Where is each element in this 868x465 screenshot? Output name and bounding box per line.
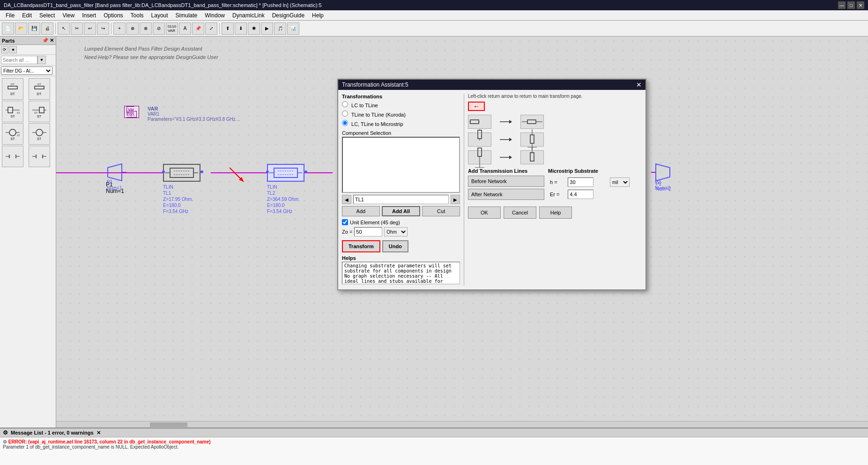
menu-tools[interactable]: Tools [127, 11, 148, 20]
search-input[interactable] [1, 56, 37, 64]
parts-close-button[interactable]: ✕ [50, 37, 54, 44]
part-item-2[interactable]: DT DT [29, 78, 50, 100]
radio-tline-tline-input[interactable] [342, 111, 348, 117]
tb-save[interactable]: 💾 [28, 22, 40, 35]
parts-filter-select[interactable]: Filter DG - Al... [1, 66, 52, 75]
menu-select[interactable]: Select [36, 11, 59, 20]
tr-icon-5[interactable] [468, 150, 491, 164]
tb-undo[interactable]: ↩ [84, 22, 96, 35]
ok-button[interactable]: OK [468, 207, 501, 219]
menu-window[interactable]: Window [201, 11, 229, 20]
undo-button[interactable]: Undo [382, 240, 408, 252]
tb-print[interactable]: 🖨 [41, 22, 53, 35]
tb-wire[interactable]: + [113, 22, 126, 35]
part-item-1[interactable]: DT DT [2, 78, 23, 100]
tb-port[interactable]: ⊗ [140, 22, 152, 35]
tb-select[interactable]: ↖ [58, 22, 70, 35]
h-scrollbar[interactable] [56, 421, 868, 428]
tb-tune[interactable]: 🎵 [274, 22, 286, 35]
tb-move[interactable]: ⤢ [205, 22, 217, 35]
menu-edit[interactable]: Edit [18, 11, 36, 20]
svg-point-17 [36, 129, 43, 136]
menu-view[interactable]: View [59, 11, 78, 20]
tb-simulate[interactable]: ▶ [261, 22, 273, 35]
minimize-button[interactable]: — [838, 1, 846, 9]
h-input[interactable] [568, 177, 594, 187]
after-network-button[interactable]: After Network [468, 189, 544, 200]
before-network-button[interactable]: Before Network [468, 176, 544, 187]
tr-icon-4[interactable] [520, 133, 544, 147]
part-item-4[interactable]: ST ST [29, 101, 50, 122]
tr-icon-6[interactable] [520, 150, 544, 164]
part-item-6[interactable]: ST [29, 123, 50, 145]
component-list[interactable] [342, 137, 460, 193]
tb-open[interactable]: 📂 [15, 22, 27, 35]
zo-unit-select[interactable]: Ohm [384, 227, 408, 236]
tr-icon-1[interactable] [468, 115, 491, 129]
radio-lc-tline-input[interactable] [342, 101, 348, 107]
tb-pin[interactable]: 📌 [192, 22, 204, 35]
help-button[interactable]: Help [539, 207, 572, 219]
parts-history-button[interactable]: ⟳ [1, 46, 8, 53]
parts-filter-button[interactable]: ▼ [37, 56, 46, 64]
part-item-7[interactable] [2, 146, 23, 167]
cut-button[interactable]: Cut [422, 206, 460, 216]
svg-marker-64 [509, 155, 512, 159]
menu-simulate[interactable]: Simulate [172, 11, 201, 20]
dialog-bottom-buttons: OK Cancel Help [468, 207, 642, 219]
gear-icon[interactable]: ⚙ [3, 429, 8, 436]
return-arrow-button[interactable]: ← [468, 102, 485, 111]
part-item-3[interactable]: ST ST [2, 101, 23, 122]
tr-icon-arrow2 [494, 133, 518, 147]
tl1-z: Z=17.95 Ohm. [163, 197, 193, 202]
h-scrollbar-thumb[interactable] [150, 422, 187, 427]
component-next-button[interactable]: ▶ [451, 195, 460, 204]
part-item-5[interactable]: ST ST [2, 123, 23, 145]
tb-annotate[interactable]: ✱ [248, 22, 260, 35]
p2-num-text: Num=2 [655, 185, 670, 191]
dialog-cols: Transformations LC to TLine TLine to TLi… [342, 94, 642, 286]
unit-element-checkbox[interactable] [342, 219, 348, 225]
tb-push[interactable]: ⬆ [222, 22, 234, 35]
radio-lc-microstrip-input[interactable] [342, 120, 348, 126]
parts-fav-button[interactable]: ★ [9, 46, 17, 53]
tr-icon-2[interactable] [520, 115, 544, 129]
tb-vardef[interactable]: 0110VAR [166, 22, 178, 35]
tb-text[interactable]: A [179, 22, 191, 35]
title-bar: DA_LCBandpassDT1_band_pass_filter [Band … [0, 0, 868, 10]
tb-redo[interactable]: ↪ [97, 22, 109, 35]
menu-file[interactable]: File [2, 11, 18, 20]
tr-icon-3[interactable] [468, 133, 491, 147]
maximize-button[interactable]: □ [847, 1, 855, 9]
tb-component[interactable]: ⊕ [126, 22, 139, 35]
menu-help[interactable]: Help [308, 11, 327, 20]
menu-insert[interactable]: Insert [78, 11, 100, 20]
close-button[interactable]: ✕ [857, 1, 864, 9]
transform-button[interactable]: Transform [342, 240, 380, 252]
dialog-close-button[interactable]: ✕ [636, 81, 642, 89]
part-item-8[interactable] [29, 146, 50, 167]
component-input[interactable] [353, 195, 449, 204]
svg-rect-65 [530, 153, 534, 161]
parts-pin-button[interactable]: 📌 [42, 37, 49, 44]
component-prev-button[interactable]: ◀ [342, 195, 351, 204]
tb-cut[interactable]: ✂ [71, 22, 83, 35]
menu-designguide[interactable]: DesignGuide [268, 11, 308, 20]
zo-input[interactable] [354, 227, 382, 236]
tl1-box[interactable] [163, 164, 200, 182]
h-unit-select[interactable]: mil mm [610, 177, 630, 187]
tb-probe[interactable]: ⊘ [153, 22, 165, 35]
cancel-button[interactable]: Cancel [504, 207, 536, 219]
tb-new[interactable]: 📄 [2, 22, 14, 35]
tl2-box[interactable] [267, 164, 304, 182]
menu-options[interactable]: Options [100, 11, 126, 20]
add-all-button[interactable]: Add All [382, 206, 421, 216]
message-close-button[interactable]: ✕ [96, 430, 101, 436]
add-button[interactable]: Add [342, 206, 380, 216]
var-params-text: Parameters="#3.1 GHz#3.3 GHz#3.8 GHz#4.0… [148, 117, 241, 122]
menu-layout[interactable]: Layout [148, 11, 172, 20]
menu-dynamiclink[interactable]: DynamicLink [229, 11, 268, 20]
tb-chart[interactable]: 📊 [287, 22, 299, 35]
tb-pop[interactable]: ⬇ [235, 22, 247, 35]
er-input[interactable] [568, 190, 594, 199]
